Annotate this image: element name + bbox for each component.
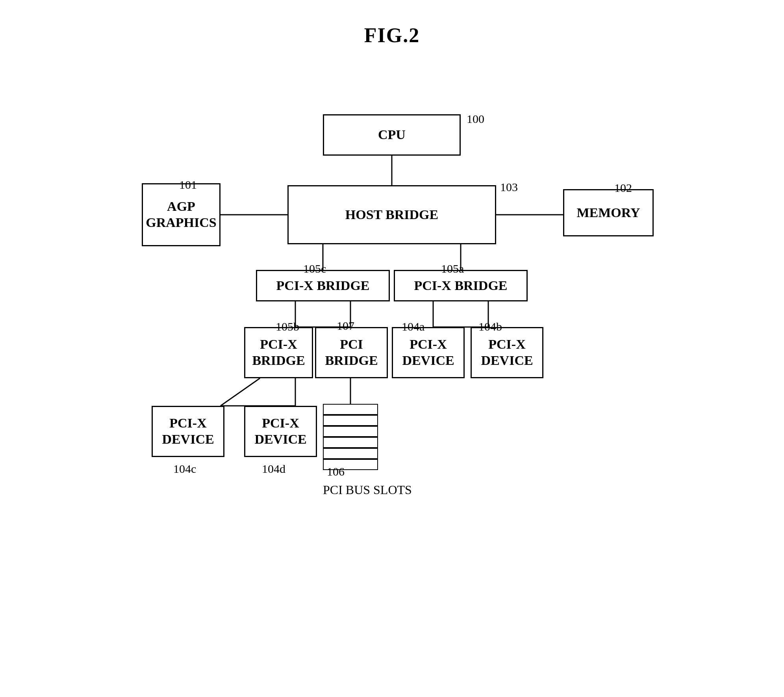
host-bridge-ref: 103: [500, 180, 518, 194]
pcix-bridge-b-box: PCI-X BRIDGE: [244, 327, 313, 378]
host-bridge-box: HOST BRIDGE: [287, 185, 496, 244]
pcix-device-c-box: PCI-X DEVICE: [152, 406, 224, 457]
pcix-bridge-a-label: PCI-X BRIDGE: [414, 278, 507, 294]
cpu-label: CPU: [378, 127, 406, 143]
pci-bridge-box: PCI BRIDGE: [315, 327, 388, 378]
svg-line-9: [221, 378, 260, 406]
pcix-device-d-box: PCI-X DEVICE: [244, 406, 317, 457]
pcix-device-a-box: PCI-X DEVICE: [392, 327, 465, 378]
host-bridge-label: HOST BRIDGE: [345, 207, 439, 223]
pci-bus-slots-ref: 106: [327, 465, 345, 478]
pcix-device-a-ref: 104a: [402, 320, 424, 333]
agp-graphics-ref: 101: [179, 178, 197, 191]
pcix-bridge-b-ref: 105b: [276, 320, 299, 333]
pcix-device-c-label: PCI-X DEVICE: [162, 415, 214, 448]
pcix-bridge-b-label: PCI-X BRIDGE: [252, 336, 305, 369]
agp-graphics-box: AGP GRAPHICS: [142, 183, 221, 246]
pcix-device-b-ref: 104b: [478, 320, 502, 333]
cpu-ref: 100: [467, 112, 484, 126]
pcix-device-d-label: PCI-X DEVICE: [254, 415, 306, 448]
pcix-bridge-c-label: PCI-X BRIDGE: [276, 278, 369, 294]
pci-bus-slots-label: PCI BUS SLOTS: [323, 483, 412, 497]
pcix-bridge-a-ref: 105a: [441, 262, 464, 275]
pci-bridge-label: PCI BRIDGE: [325, 336, 378, 369]
memory-box: MEMORY: [563, 189, 654, 236]
memory-label: MEMORY: [576, 205, 640, 221]
pcix-device-d-ref: 104d: [262, 462, 285, 476]
pcix-bridge-c-ref: 105c: [303, 262, 326, 275]
cpu-box: CPU: [323, 114, 461, 156]
fig-title: FIG.2: [364, 24, 420, 47]
pcix-device-b-label: PCI-X DEVICE: [481, 336, 533, 369]
pci-bridge-ref: 107: [337, 319, 354, 333]
agp-graphics-label: AGP GRAPHICS: [146, 199, 216, 231]
pcix-device-b-box: PCI-X DEVICE: [471, 327, 543, 378]
pcix-device-a-label: PCI-X DEVICE: [402, 336, 454, 369]
pcix-device-c-ref: 104c: [173, 462, 196, 476]
memory-ref: 102: [614, 181, 632, 195]
